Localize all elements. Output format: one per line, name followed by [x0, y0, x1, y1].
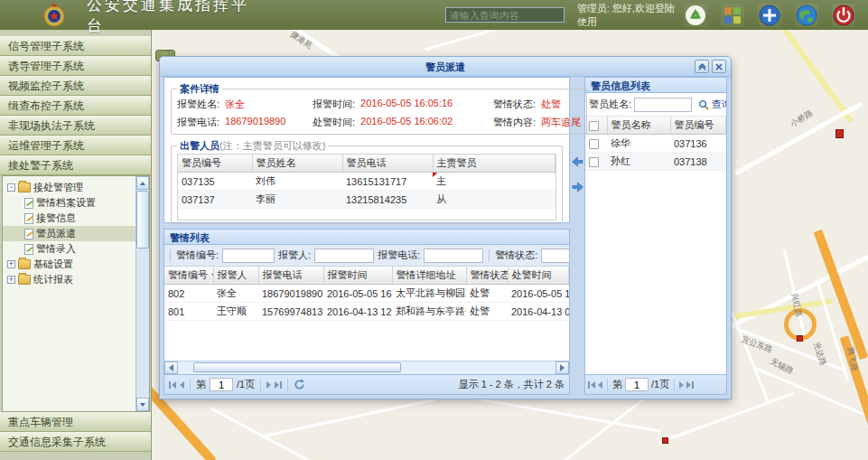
table-row[interactable]: 802张全 186790198902016-05-05 16:... 太平北路与…: [164, 285, 569, 303]
refresh-icon[interactable]: [294, 379, 305, 390]
column-header[interactable]: 警员编号: [178, 155, 252, 173]
tree-item[interactable]: 基础设置: [3, 257, 149, 272]
status-select[interactable]: [541, 249, 569, 263]
tree-item[interactable]: 警情档案设置: [3, 195, 149, 211]
column-header[interactable]: 报警电话: [258, 267, 323, 285]
recycle-icon[interactable]: [684, 4, 707, 27]
sidebar-item-active[interactable]: 接处警子系统: [0, 155, 151, 175]
officer-name-input[interactable]: [634, 98, 692, 112]
sidebar-item[interactable]: 缉查布控子系统: [0, 96, 151, 116]
column-header[interactable]: 主责警员: [433, 155, 555, 173]
column-header[interactable]: 处警时间: [508, 267, 569, 285]
column-header[interactable]: 警员名称: [607, 117, 670, 135]
sidebar-item[interactable]: 交通信息采集子系统: [0, 432, 151, 452]
scrollbar-thumb[interactable]: [193, 362, 401, 372]
table-row[interactable]: 801王守顺 157699748132016-04-13 12:... 郑和路与…: [164, 303, 569, 321]
table-row[interactable]: 徐华 037136: [585, 135, 726, 153]
close-dialog-icon[interactable]: [712, 60, 726, 73]
globe-icon[interactable]: [795, 4, 818, 27]
page-icon: [24, 198, 33, 209]
map-road-label: 光达路: [810, 341, 829, 368]
map-marker[interactable]: [662, 437, 668, 444]
map-road: [425, 30, 529, 51]
scroll-left-icon[interactable]: [164, 361, 178, 374]
column-header[interactable]: 报警人: [213, 267, 258, 285]
next-page-icon[interactable]: [679, 381, 684, 389]
row-checkbox[interactable]: [589, 139, 599, 149]
filter-label: 警情编号:: [176, 249, 219, 262]
column-header[interactable]: 警情状态: [466, 267, 508, 285]
menu-tree: 接处警管理 警情档案设置 接警信息 警员派遣 警情录入: [2, 175, 150, 412]
collapse-dialog-icon[interactable]: [695, 60, 709, 73]
select-all-checkbox[interactable]: [585, 117, 607, 135]
power-logout-icon[interactable]: [832, 4, 855, 27]
tree-item[interactable]: 接警信息: [3, 211, 149, 226]
move-right-icon[interactable]: [572, 182, 583, 192]
map-road: [210, 408, 315, 460]
police-badge-logo: [42, 3, 67, 28]
sidebar-item[interactable]: 非现场执法子系统: [0, 116, 151, 136]
table-row[interactable]: 037137 李丽 13215814235 从: [178, 191, 555, 209]
last-page-icon[interactable]: [275, 381, 282, 389]
tree-item[interactable]: 警情录入: [3, 241, 149, 257]
next-page-icon[interactable]: [266, 381, 271, 389]
case-details-fieldset: 案件详情 报警姓名:张全 报警时间:2016-05-05 16:05:16 警情…: [171, 82, 587, 135]
column-header[interactable]: 报警时间: [323, 267, 392, 285]
page-number-input[interactable]: [210, 378, 233, 391]
map-marker[interactable]: [797, 335, 803, 342]
sidebar-item[interactable]: 运维管理子系统: [0, 136, 151, 155]
field-label: 警情状态:: [493, 98, 536, 111]
officer-search-button[interactable]: 查询: [695, 97, 727, 112]
first-page-icon[interactable]: [588, 381, 595, 389]
move-left-icon[interactable]: [572, 156, 583, 167]
alert-no-input[interactable]: [222, 249, 275, 263]
expand-plus-icon[interactable]: [7, 276, 15, 284]
column-header-sorted[interactable]: 警情编号: [164, 267, 213, 285]
map-road: [260, 398, 437, 438]
expand-plus-icon[interactable]: [7, 260, 15, 268]
editable-cell[interactable]: 从: [433, 191, 555, 209]
field-value: 2016-05-05 16:05:16: [360, 98, 453, 111]
sidebar-item[interactable]: 诱导管理子系统: [0, 56, 151, 76]
column-header[interactable]: 警情详细地址: [392, 267, 466, 285]
field-value: 2016-05-05 16:06:02: [360, 116, 453, 129]
reporter-input[interactable]: [314, 249, 374, 263]
tree-item[interactable]: 统计报表: [3, 272, 149, 287]
table-row[interactable]: 037135 刘伟 13615131717 主: [178, 173, 555, 191]
scrollbar-thumb[interactable]: [136, 191, 149, 249]
tree-item-selected[interactable]: 警员派遣: [3, 226, 149, 241]
sidebar-item[interactable]: 信号管理子系统: [0, 36, 151, 56]
column-header[interactable]: 警员电话: [342, 155, 433, 173]
page-icon: [24, 213, 33, 224]
editable-cell[interactable]: 主: [433, 173, 555, 191]
sidebar-item[interactable]: 视频监控子系统: [0, 76, 151, 96]
first-page-icon[interactable]: [169, 381, 176, 389]
tree-item[interactable]: 接处警管理: [3, 180, 149, 195]
filter-label: 警情状态:: [495, 249, 537, 262]
horizontal-scrollbar[interactable]: [164, 361, 569, 374]
map-marker[interactable]: [835, 129, 844, 138]
prev-page-icon[interactable]: [598, 381, 602, 389]
collapse-minus-icon[interactable]: [7, 183, 15, 192]
add-plus-icon[interactable]: [758, 4, 781, 27]
tree-scrollbar[interactable]: [135, 176, 149, 411]
table-row[interactable]: 孙红 037138: [585, 153, 726, 171]
field-label: 警情内容:: [493, 116, 536, 129]
column-header[interactable]: 警员姓名: [252, 155, 342, 173]
tree-item-label: 统计报表: [33, 273, 73, 286]
prev-page-icon[interactable]: [180, 381, 184, 389]
scroll-right-icon[interactable]: [555, 361, 569, 374]
row-checkbox[interactable]: [589, 157, 599, 167]
alert-filter-toolbar: 警情编号: 报警人: 报警电话: 警情状态:: [164, 245, 569, 267]
last-page-icon[interactable]: [686, 381, 694, 389]
column-header[interactable]: 警员编号: [670, 117, 726, 135]
phone-input[interactable]: [424, 249, 483, 263]
scroll-up-icon[interactable]: [136, 176, 149, 190]
sidebar-item[interactable]: 重点车辆管理: [0, 412, 151, 432]
global-search-input[interactable]: [445, 7, 565, 23]
application-window: 搛港苑 小桥路 兴旺路 宜公东路 宜公路 无锡路 光达路 腾飞路 公安交通集成指…: [0, 0, 868, 460]
scroll-down-icon[interactable]: [136, 398, 149, 411]
page-number-input[interactable]: [625, 378, 649, 391]
dialog-titlebar[interactable]: 警员派遣: [160, 57, 731, 77]
modules-grid-icon[interactable]: [721, 4, 744, 27]
